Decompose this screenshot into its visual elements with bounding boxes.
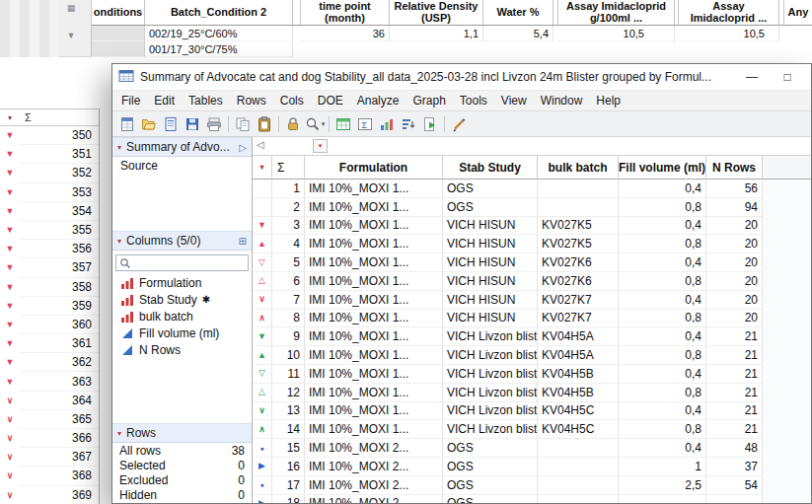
bulk-batch-cell[interactable] bbox=[538, 458, 619, 476]
n-rows-cell[interactable]: 20 bbox=[706, 235, 763, 253]
stab-study-cell[interactable]: OGS bbox=[443, 198, 538, 217]
bulk-batch-cell[interactable]: KV04H5C bbox=[538, 402, 619, 421]
fill-volume-cell[interactable]: 0,4 bbox=[619, 291, 706, 310]
column-item-n-rows[interactable]: N Rows bbox=[112, 341, 252, 358]
save-icon[interactable] bbox=[182, 113, 203, 135]
row-state-cell[interactable]: ▲ bbox=[253, 346, 272, 365]
column-header-stab-study[interactable]: Stab Study bbox=[443, 156, 538, 180]
n-rows-cell[interactable]: 56 bbox=[706, 180, 763, 198]
bulk-batch-cell[interactable]: KV027K6 bbox=[538, 253, 619, 272]
row-header-354[interactable]: ▼354 bbox=[0, 202, 99, 221]
menu-cols[interactable]: Cols bbox=[273, 91, 311, 110]
table-row[interactable]: ∨7IMI 10%_MOXI 1...VICH HISUNKV027K70,42… bbox=[253, 291, 811, 310]
column-item-formulation[interactable]: Formulation bbox=[112, 274, 252, 291]
bulk-batch-cell[interactable] bbox=[538, 180, 619, 198]
table-row[interactable]: ▶18IMI 10%_MOXI 2...OGS bbox=[253, 495, 811, 503]
fill-volume-cell[interactable]: 1 bbox=[619, 458, 706, 476]
menu-doe[interactable]: DOE bbox=[311, 91, 350, 110]
fill-volume-cell[interactable]: 0,4 bbox=[619, 253, 706, 272]
n-rows-cell[interactable]: 37 bbox=[706, 458, 763, 476]
bulk-batch-cell[interactable] bbox=[538, 439, 619, 458]
bulk-batch-cell[interactable] bbox=[538, 476, 619, 495]
fill-volume-cell[interactable]: 0,8 bbox=[619, 272, 706, 291]
row-number-cell[interactable]: 12 bbox=[272, 384, 305, 402]
row-state-cell[interactable]: ∨ bbox=[253, 402, 272, 421]
row-header-359[interactable]: ▼359 bbox=[0, 297, 99, 316]
row-state-cell[interactable]: ▶ bbox=[253, 458, 272, 476]
fill-volume-cell[interactable]: 0,8 bbox=[619, 384, 706, 402]
formulation-cell[interactable]: IMI 10%_MOXI 2... bbox=[305, 495, 443, 503]
summary-icon[interactable]: Σ bbox=[354, 113, 376, 135]
stab-study-cell[interactable]: VICH Livzon blister bbox=[443, 346, 538, 365]
formulation-cell[interactable]: IMI 10%_MOXI 2... bbox=[305, 439, 443, 458]
row-state-cell[interactable]: △ bbox=[253, 272, 272, 291]
row-number-cell[interactable]: 17 bbox=[272, 476, 305, 495]
formulation-cell[interactable]: IMI 10%_MOXI 1... bbox=[305, 402, 443, 421]
row-state-cell[interactable]: ∨ bbox=[253, 291, 272, 310]
row-number-cell[interactable]: 6 bbox=[272, 272, 305, 291]
table-row[interactable]: ▶16IMI 10%_MOXI 2...OGS137 bbox=[253, 458, 811, 476]
row-state-cell[interactable]: ▲ bbox=[253, 235, 272, 253]
n-rows-cell[interactable] bbox=[706, 495, 763, 503]
bulk-batch-cell[interactable]: KV027K5 bbox=[538, 217, 619, 236]
journal-icon[interactable] bbox=[160, 113, 182, 135]
formulation-cell[interactable]: IMI 10%_MOXI 1... bbox=[305, 272, 443, 291]
table-row[interactable]: △6IMI 10%_MOXI 1...VICH HISUNKV027K60,82… bbox=[253, 272, 811, 291]
row-header-368[interactable]: ∨368 bbox=[0, 467, 99, 485]
rows-menu-icon[interactable]: ▾ bbox=[259, 163, 263, 172]
table-row[interactable]: ▽11IMI 10%_MOXI 1...VICH Livzon blisterK… bbox=[253, 365, 811, 384]
row-state-cell[interactable] bbox=[253, 198, 272, 217]
lock-icon[interactable] bbox=[282, 113, 304, 135]
stab-study-cell[interactable]: VICH HISUN bbox=[443, 291, 538, 310]
stab-study-cell[interactable]: VICH HISUN bbox=[443, 235, 538, 253]
row-state-cell[interactable]: ∧ bbox=[253, 310, 272, 328]
column-item-bulk-batch[interactable]: bulk batch bbox=[112, 308, 252, 324]
bulk-batch-cell[interactable]: KV027K6 bbox=[538, 272, 619, 291]
stab-study-cell[interactable]: OGS bbox=[443, 476, 538, 495]
panel-collapse-icon[interactable]: ▷ bbox=[239, 142, 247, 153]
copy-icon[interactable] bbox=[232, 113, 254, 135]
sum-column-header[interactable]: Σ bbox=[272, 156, 305, 180]
collapse-sidebar-icon[interactable]: ◁ bbox=[257, 140, 264, 150]
n-rows-cell[interactable]: 94 bbox=[706, 198, 763, 217]
row-header-357[interactable]: ▼357 bbox=[0, 258, 99, 277]
table-script-source[interactable]: Source bbox=[112, 157, 252, 174]
row-header-365[interactable]: ∨365 bbox=[0, 410, 99, 429]
row-number-cell[interactable]: 9 bbox=[272, 327, 305, 346]
row-number-cell[interactable]: 2 bbox=[272, 198, 305, 217]
formulation-cell[interactable]: IMI 10%_MOXI 1... bbox=[305, 384, 443, 402]
row-number-cell[interactable]: 15 bbox=[272, 439, 305, 458]
formulation-cell[interactable]: IMI 10%_MOXI 1... bbox=[305, 365, 443, 384]
row-state-cell[interactable]: △ bbox=[253, 384, 272, 402]
table-panel-header[interactable]: ▾ Summary of Advo... ▷ bbox=[112, 137, 252, 157]
open-icon[interactable] bbox=[138, 113, 160, 135]
rows-menu-icon[interactable]: ▾ bbox=[0, 113, 20, 122]
stab-study-cell[interactable]: VICH Livzon blister bbox=[443, 327, 538, 346]
bulk-batch-cell[interactable] bbox=[538, 198, 619, 217]
row-header-363[interactable]: ▼363 bbox=[0, 372, 99, 391]
formulation-cell[interactable]: IMI 10%_MOXI 1... bbox=[305, 198, 443, 217]
table-row[interactable]: ●17IMI 10%_MOXI 2...OGS2,554 bbox=[253, 476, 811, 495]
formulation-cell[interactable]: IMI 10%_MOXI 1... bbox=[305, 346, 443, 365]
bulk-batch-cell[interactable]: KV027K7 bbox=[538, 310, 619, 328]
formulation-cell[interactable]: IMI 10%_MOXI 1... bbox=[305, 310, 443, 328]
n-rows-cell[interactable]: 48 bbox=[706, 439, 763, 458]
row-number-cell[interactable]: 3 bbox=[272, 217, 305, 236]
row-state-cell[interactable]: ▶ bbox=[253, 495, 272, 503]
table-row[interactable]: 1IMI 10%_MOXI 1...OGS0,456 bbox=[253, 180, 811, 198]
formulation-cell[interactable]: IMI 10%_MOXI 1... bbox=[305, 217, 443, 236]
n-rows-cell[interactable]: 21 bbox=[706, 384, 763, 402]
table-row[interactable]: ▼3IMI 10%_MOXI 1...VICH HISUNKV027K50,42… bbox=[253, 217, 811, 236]
table-row[interactable]: ∧14IMI 10%_MOXI 1...VICH Livzon blisterK… bbox=[253, 420, 811, 439]
columns-panel-header[interactable]: ▾ Columns (5/0) ⊞ bbox=[112, 231, 252, 251]
red-triangle-menu-icon[interactable]: ▾ bbox=[117, 143, 121, 152]
row-header-352[interactable]: ▼352 bbox=[0, 164, 99, 182]
fill-volume-cell[interactable]: 0,8 bbox=[619, 346, 706, 365]
fill-volume-cell[interactable]: 0,8 bbox=[619, 310, 706, 328]
annotate-icon[interactable] bbox=[448, 113, 470, 135]
rows-stat-excluded[interactable]: Excluded0 bbox=[112, 472, 252, 487]
table-row[interactable]: △12IMI 10%_MOXI 1...VICH Livzon blisterK… bbox=[253, 384, 811, 402]
row-state-cell[interactable]: ∧ bbox=[253, 420, 272, 439]
formulation-cell[interactable]: IMI 10%_MOXI 1... bbox=[305, 420, 443, 439]
stab-study-cell[interactable]: VICH HISUN bbox=[443, 253, 538, 272]
